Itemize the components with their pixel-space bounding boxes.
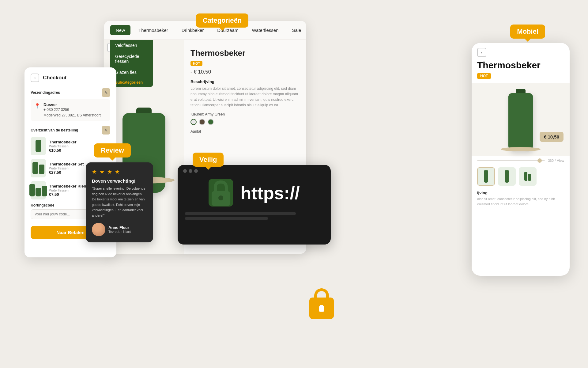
mobile-thumb-1[interactable] [477, 167, 495, 186]
hot-badge: HOT [190, 61, 202, 66]
padlock-overlay [309, 298, 334, 331]
review-text: "Super snelle levering. De volgende dag … [92, 186, 147, 218]
360-dot [537, 158, 542, 163]
mobile-thumb-3[interactable] [519, 167, 537, 186]
nav-item-thermosbeker[interactable]: Thermosbeker [133, 25, 174, 35]
review-stars: ★ ★ ★ ★ [92, 169, 147, 175]
color-dot-2[interactable] [199, 119, 205, 125]
dot-3 [194, 169, 198, 173]
svg-point-1 [218, 195, 223, 200]
mobile-back-button[interactable]: ‹ [477, 48, 486, 57]
address-phone: + 030 227 3256 [43, 107, 101, 112]
product-price: - € 10,50 [190, 69, 300, 75]
nav-item-new[interactable]: New [110, 25, 130, 35]
colors-label: Kleuren: Army Green [190, 112, 300, 116]
mobile-thumb-2[interactable] [498, 167, 516, 186]
mobile-plate [501, 147, 541, 151]
order-item-name-1: Thermosbeker [49, 140, 101, 144]
shipping-section-header: Verzendingadres ✎ [31, 88, 110, 97]
order-item-info-1: Thermosbeker Waterflessen €10,50 [49, 140, 101, 153]
product-title: Thermosbeker [190, 48, 300, 58]
https-bar-2 [185, 217, 268, 220]
dot-2 [189, 169, 192, 173]
dot-1 [183, 169, 187, 173]
https-content: https:// [178, 176, 331, 210]
mobile-desc-title: ijving [472, 188, 570, 196]
order-item-img-3 [31, 181, 46, 199]
nav-item-sale[interactable]: Sale [286, 25, 306, 35]
reviewer-role: Tevreden Klant [108, 230, 131, 233]
nav-item-waterflessen[interactable]: Waterflessen [246, 25, 284, 35]
order-item-img-1 [31, 137, 46, 155]
padlock-body [309, 298, 334, 319]
reviewer-avatar [92, 223, 105, 236]
checkout-header: ‹ Checkout [31, 74, 110, 82]
lock-icon [209, 179, 233, 207]
callout-mobiel: Mobiel [510, 25, 545, 39]
https-bars [178, 210, 331, 224]
color-dot-1[interactable] [190, 119, 197, 125]
mobile-price-badge: € 10,50 [540, 132, 564, 142]
https-panel: https:// [178, 165, 331, 245]
checkout-title: Checkout [43, 75, 66, 81]
order-section-header: Overzicht van de bestelling ✎ [31, 126, 110, 135]
mobile-360-bar: 360 ° View [472, 156, 570, 165]
dropdown-footer-label: Subcategorieën [110, 78, 153, 87]
dropdown-item-veldflessen[interactable]: Veldflessen [110, 40, 153, 51]
mobile-hot-badge: HOT [477, 73, 491, 79]
reviewer-name: Anne Fleur [108, 225, 131, 230]
order-item-img-2 [31, 159, 46, 177]
mobile-bottle-area [472, 83, 570, 156]
address-street: Moderweg 27, 3821 BS Amersfoort [43, 112, 101, 118]
qty-label: Aantal [190, 129, 300, 134]
order-label: Overzicht van de bestelling [31, 128, 78, 132]
https-bar-1 [185, 212, 296, 215]
reviewer-row: Anne Fleur Tevreden Klant [92, 223, 147, 236]
mobile-bottle [508, 93, 533, 151]
360-line [477, 160, 545, 161]
address-name: Dusver [43, 102, 101, 107]
mobile-back-area: ‹ [472, 43, 570, 60]
mobile-desc-text: olor sit amet, consectetur adipiscing el… [472, 196, 570, 207]
nav-dropdown: Veldflessen Gerecyclede flessen Glazen f… [110, 40, 153, 87]
location-icon: 📍 [34, 103, 40, 109]
description-text: Lorem ipsum dolor sit amet, consectetur … [190, 86, 300, 108]
order-item-price-1: €10,50 [49, 148, 101, 153]
callout-veilig: Veilig [193, 153, 224, 167]
description-title: Beschrijving [190, 79, 300, 84]
dropdown-item-gerecyclede[interactable]: Gerecyclede flessen [110, 51, 153, 67]
360-label: 360 ° View [548, 159, 564, 162]
mobile-panel: ‹ Thermosbeker HOT € 10,50 360 ° View [472, 43, 570, 276]
order-edit-button[interactable]: ✎ [102, 126, 110, 135]
mobile-thumbnails [472, 165, 570, 188]
shipping-edit-button[interactable]: ✎ [102, 88, 110, 97]
review-card: ★ ★ ★ ★ Boven verwachting! "Super snelle… [86, 162, 153, 242]
callout-categories: Categorieën [196, 13, 248, 28]
order-item-cat-1: Waterflessen [49, 144, 101, 148]
dropdown-item-glazen[interactable]: Glazen fles [110, 67, 153, 78]
https-text: https:// [240, 183, 300, 203]
mobile-product-title: Thermosbeker [472, 60, 570, 73]
color-dot-3[interactable] [208, 119, 214, 125]
shipping-label: Verzendingadres [31, 90, 60, 95]
address-box: 📍 Dusver + 030 227 3256 Moderweg 27, 382… [31, 99, 110, 121]
callout-review: Review [94, 143, 131, 157]
checkout-back-button[interactable]: ‹ [31, 74, 39, 82]
padlock-keyhole [319, 305, 324, 312]
colors-row [190, 119, 300, 125]
review-heading: Boven verwachting! [92, 178, 147, 184]
